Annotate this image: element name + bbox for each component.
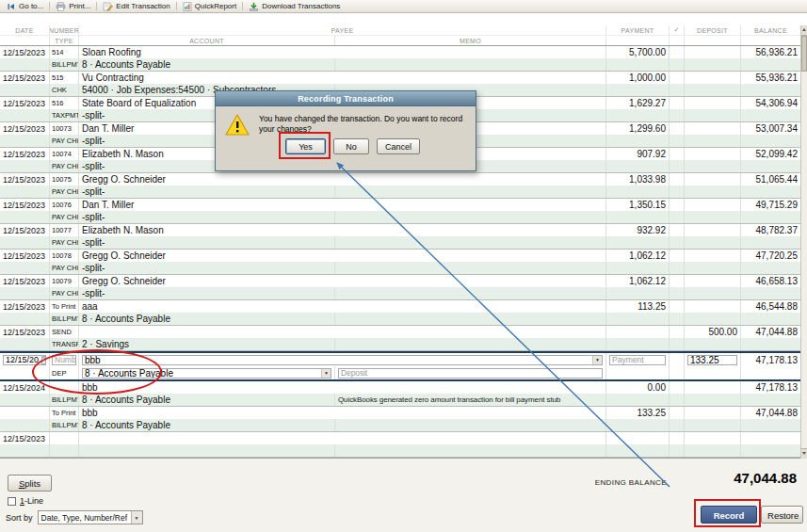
cell-blank bbox=[606, 185, 670, 198]
chevron-down-icon[interactable]: ▼ bbox=[131, 511, 142, 524]
cell-blank bbox=[670, 160, 685, 172]
table-header-row-1: DATE NUMBER PAYEE PAYMENT ✓ DEPOSIT BALA… bbox=[0, 25, 800, 36]
cell-check bbox=[670, 407, 685, 419]
cell-balance: 55,936.21 bbox=[741, 72, 800, 84]
scrollbar-up-icon[interactable] bbox=[801, 25, 807, 36]
cell-balance: 47,720.25 bbox=[741, 250, 800, 262]
toolbar-button-print[interactable]: Print... bbox=[52, 1, 94, 12]
toolbar-separator bbox=[242, 2, 243, 10]
cell-blank bbox=[685, 58, 741, 71]
deposit-field[interactable]: 133.25 bbox=[687, 355, 737, 365]
date-field[interactable]: 12/15/20 bbox=[3, 355, 46, 365]
account-dropdown-icon[interactable]: ▼ bbox=[321, 369, 331, 378]
cell-payee bbox=[79, 326, 606, 338]
cell-balance: 47,044.88 bbox=[741, 326, 800, 338]
cell-blank bbox=[741, 160, 800, 172]
number-field[interactable]: Number bbox=[52, 355, 76, 365]
cell-blank bbox=[685, 236, 741, 249]
yes-button[interactable]: Yes bbox=[285, 138, 326, 154]
toolbar-button-edit-transaction[interactable]: Edit Transaction bbox=[99, 1, 173, 12]
cell-blank bbox=[670, 236, 685, 249]
cell-account: -split- bbox=[79, 185, 335, 198]
cell-payment: 5,700.00 bbox=[606, 46, 670, 58]
payee-combo[interactable]: bbb ▼ bbox=[82, 355, 603, 365]
cell-blank bbox=[670, 84, 685, 96]
cell-date-blank bbox=[0, 338, 50, 350]
cell-blank bbox=[606, 444, 670, 457]
cell-type bbox=[50, 444, 79, 457]
memo-field[interactable]: Deposit bbox=[338, 368, 603, 379]
cell-date: 12/15/2023 bbox=[0, 173, 50, 185]
table-row[interactable]: 12/15/202310075Gregg O. Schneider1,033.9… bbox=[0, 173, 800, 199]
edit-account-cell: 8 · Accounts Payable ▼ bbox=[79, 366, 335, 379]
calendar-icon[interactable] bbox=[41, 356, 46, 364]
cell-type: BILLPMT bbox=[50, 58, 79, 71]
cell-payment bbox=[606, 326, 670, 338]
cell-date: 12/15/2024 bbox=[0, 381, 50, 394]
one-line-checkbox[interactable]: 1-Line bbox=[8, 496, 43, 506]
table-row[interactable]: 12/15/2023SEND500.0047,044.88TRANSFR2 · … bbox=[0, 326, 800, 351]
cell-blank bbox=[606, 313, 670, 325]
cell-blank bbox=[670, 444, 685, 457]
table-header-row-2: TYPE ACCOUNT MEMO bbox=[0, 36, 800, 45]
sort-by-select[interactable]: Date, Type, Number/Ref ▼ bbox=[38, 510, 143, 524]
cell-number: To Print bbox=[50, 300, 79, 313]
table-row[interactable]: 12/15/2023 bbox=[0, 432, 800, 458]
account-combo[interactable]: 8 · Accounts Payable ▼ bbox=[82, 368, 331, 379]
cell-blank bbox=[685, 185, 741, 198]
toolbar-button-go-to[interactable]: Go to... bbox=[3, 1, 47, 12]
cell-number: 10079 bbox=[50, 275, 79, 287]
table-row[interactable]: To Printbbb133.2547,044.88BILLPMT8 · Acc… bbox=[0, 407, 800, 432]
cell-blank bbox=[685, 394, 741, 406]
table-row[interactable]: 12/15/2023514Sloan Roofing5,700.0056,936… bbox=[0, 46, 800, 72]
restore-button[interactable]: Restore bbox=[761, 506, 803, 524]
cell-blank bbox=[606, 160, 670, 172]
cell-balance: 48,782.37 bbox=[741, 224, 800, 236]
table-row[interactable]: 12/15/202310079Gregg O. Schneider1,062.1… bbox=[0, 275, 800, 300]
record-button[interactable]: Record bbox=[701, 506, 757, 524]
cell-number: SEND bbox=[50, 326, 79, 338]
table-row[interactable]: 12/15/2024bbb0.0047,178.13BILLPMT8 · Acc… bbox=[0, 381, 800, 407]
cell-type: CHK bbox=[50, 84, 79, 96]
cell-number bbox=[50, 381, 79, 394]
cell-number: 515 bbox=[50, 72, 79, 84]
toolbar-separator bbox=[49, 2, 50, 10]
cell-account: -split- bbox=[79, 236, 335, 249]
edit-row-selected-transaction[interactable]: 12/15/20 Number bbb ▼ Payment bbox=[0, 351, 800, 381]
no-button[interactable]: No bbox=[333, 138, 369, 154]
payee-dropdown-icon[interactable]: ▼ bbox=[592, 356, 602, 364]
cell-date: 12/15/2023 bbox=[0, 432, 50, 444]
cell-blank bbox=[741, 313, 800, 325]
cell-payee: Gregg O. Schneider bbox=[79, 250, 606, 262]
number-placeholder: Number bbox=[55, 355, 76, 364]
toolbar-button-download-transactions[interactable]: Download Transactions bbox=[245, 1, 344, 12]
checkbox-icon[interactable] bbox=[8, 497, 16, 506]
toolbar-button-quickreport[interactable]: QuickReport bbox=[179, 1, 240, 12]
splits-button[interactable]: Splits bbox=[8, 475, 52, 492]
vertical-scrollbar[interactable] bbox=[800, 25, 807, 459]
cell-account: 8 · Accounts Payable bbox=[79, 394, 335, 406]
cell-date: 12/15/2023 bbox=[0, 148, 50, 160]
cell-date-blank bbox=[0, 444, 50, 457]
edit-memo-cell: Deposit bbox=[335, 366, 606, 379]
scrollbar-down-icon[interactable] bbox=[801, 448, 807, 459]
cell-deposit bbox=[685, 148, 741, 160]
edit-payment-cell: Payment bbox=[606, 353, 670, 366]
table-row[interactable]: 12/15/2023To Printaaa113.2546,544.88BILL… bbox=[0, 300, 800, 326]
payment-field[interactable]: Payment bbox=[609, 355, 666, 365]
table-row[interactable]: 12/15/202310077Elizabeth N. Mason932.924… bbox=[0, 224, 800, 250]
table-row[interactable]: 12/15/202310076Dan T. Miller1,350.1549,7… bbox=[0, 199, 800, 224]
cell-blank bbox=[741, 58, 800, 71]
cell-blank bbox=[670, 135, 685, 147]
cell-number: 10074 bbox=[50, 148, 79, 160]
scrollbar-thumb[interactable] bbox=[801, 36, 807, 72]
cancel-button[interactable]: Cancel bbox=[377, 138, 420, 154]
cell-date bbox=[0, 407, 50, 419]
cell-check bbox=[670, 46, 685, 58]
cell-payee: Gregg O. Schneider bbox=[79, 173, 606, 185]
cell-blank bbox=[606, 394, 670, 406]
cell-date: 12/15/2023 bbox=[0, 300, 50, 313]
edit-balance-cell: 47,178.13 bbox=[741, 353, 800, 366]
memo-placeholder: Deposit bbox=[341, 368, 367, 378]
table-row[interactable]: 12/15/202310078Gregg O. Schneider1,062.1… bbox=[0, 250, 800, 275]
